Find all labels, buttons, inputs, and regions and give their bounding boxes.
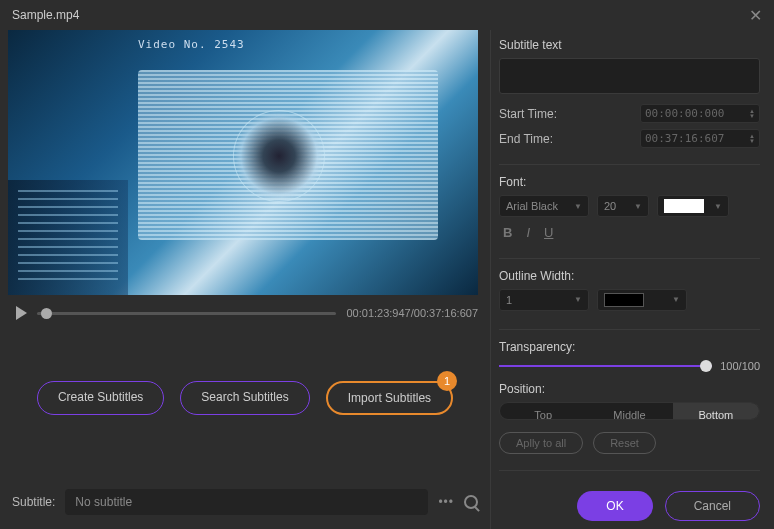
slider-thumb[interactable] (700, 360, 712, 372)
end-time-value: 00:37:16:607 (645, 132, 724, 145)
time-current: 00:01:23:947 (346, 307, 410, 319)
start-time-value: 00:00:00:000 (645, 107, 724, 120)
timecode: 00:01:23:947/00:37:16:607 (346, 307, 478, 319)
divider (499, 470, 760, 471)
position-bottom[interactable]: Bottom (673, 403, 759, 420)
apply-to-all-button[interactable]: Aplly to all (499, 432, 583, 454)
chevron-down-icon: ▼ (634, 202, 642, 211)
end-time-row: End Time: 00:37:16:607 ▲▼ (499, 129, 760, 148)
end-time-input[interactable]: 00:37:16:607 ▲▼ (640, 129, 760, 148)
outline-width-select[interactable]: 1▼ (499, 289, 589, 311)
font-size-value: 20 (604, 200, 616, 212)
start-time-label: Start Time: (499, 107, 557, 121)
preview-graphic (138, 70, 438, 240)
chevron-down-icon: ▼ (714, 202, 722, 211)
outline-label: Outline Width: (499, 269, 760, 283)
main-area: Video No. 2543 00:01:23:947/00:37:16:607… (0, 30, 774, 529)
transparency-slider[interactable] (499, 365, 712, 367)
transparency-label: Transparency: (499, 340, 760, 354)
chevron-down-icon: ▼ (574, 295, 582, 304)
chevron-down-icon: ▼ (574, 202, 582, 211)
reset-button[interactable]: Reset (593, 432, 656, 454)
end-time-spinner[interactable]: ▲▼ (749, 134, 755, 144)
font-family-value: Arial Black (506, 200, 558, 212)
subtitle-input[interactable] (65, 489, 428, 515)
transparency-row: 100/100 (499, 360, 760, 372)
panel-actions: Aplly to all Reset (499, 432, 760, 454)
italic-button[interactable]: I (526, 225, 530, 240)
outline-row: 1▼ ▼ (499, 289, 760, 311)
create-subtitles-button[interactable]: Create Subtitles (37, 381, 164, 415)
more-icon[interactable]: ••• (438, 495, 454, 509)
chevron-down-icon: ▼ (672, 295, 680, 304)
font-family-select[interactable]: Arial Black▼ (499, 195, 589, 217)
position-top[interactable]: Top (500, 403, 586, 420)
start-time-row: Start Time: 00:00:00:000 ▲▼ (499, 104, 760, 123)
bold-button[interactable]: B (503, 225, 512, 240)
titlebar: Sample.mp4 ✕ (0, 0, 774, 30)
seek-track[interactable] (37, 312, 336, 315)
play-icon[interactable] (16, 306, 27, 320)
divider (499, 329, 760, 330)
seek-thumb[interactable] (41, 308, 52, 319)
transparency-value: 100/100 (720, 360, 760, 372)
time-total: 00:37:16:607 (414, 307, 478, 319)
subtitle-actions: Create Subtitles Search Subtitles Import… (8, 381, 482, 415)
subtitle-bar: Subtitle: ••• (8, 483, 482, 521)
ok-button[interactable]: OK (577, 491, 652, 521)
end-time-label: End Time: (499, 132, 553, 146)
playback-controls: 00:01:23:947/00:37:16:607 (8, 295, 482, 331)
subtitle-text-area[interactable] (499, 58, 760, 94)
start-time-input[interactable]: 00:00:00:000 ▲▼ (640, 104, 760, 123)
left-pane: Video No. 2543 00:01:23:947/00:37:16:607… (0, 30, 490, 529)
subtitle-text-label: Subtitle text (499, 38, 760, 52)
divider (499, 164, 760, 165)
subtitle-label: Subtitle: (12, 495, 55, 509)
outline-color-select[interactable]: ▼ (597, 289, 687, 311)
preview-side-graphic (8, 180, 128, 295)
font-label: Font: (499, 175, 760, 189)
import-subtitles-button[interactable]: Import Subtitles 1 (326, 381, 453, 415)
divider (499, 258, 760, 259)
position-label: Position: (499, 382, 760, 396)
right-panel: Subtitle text Start Time: 00:00:00:000 ▲… (490, 30, 774, 529)
underline-button[interactable]: U (544, 225, 553, 240)
preview-overlay-text: Video No. 2543 (138, 38, 245, 51)
import-subtitles-label: Import Subtitles (348, 391, 431, 405)
start-time-spinner[interactable]: ▲▼ (749, 109, 755, 119)
outline-width-value: 1 (506, 294, 512, 306)
color-swatch-black (604, 293, 644, 307)
search-subtitles-button[interactable]: Search Subtitles (180, 381, 309, 415)
position-selector: Top Middle Bottom (499, 402, 760, 421)
footer-buttons: OK Cancel (499, 481, 760, 521)
search-icon[interactable] (464, 495, 478, 509)
position-middle[interactable]: Middle (586, 403, 672, 420)
import-badge: 1 (437, 371, 457, 391)
color-swatch-white (664, 199, 704, 213)
font-row: Arial Black▼ 20▼ ▼ (499, 195, 760, 217)
video-preview[interactable]: Video No. 2543 (8, 30, 478, 295)
window-title: Sample.mp4 (12, 8, 79, 22)
cancel-button[interactable]: Cancel (665, 491, 760, 521)
font-color-select[interactable]: ▼ (657, 195, 729, 217)
close-icon[interactable]: ✕ (749, 6, 762, 25)
font-size-select[interactable]: 20▼ (597, 195, 649, 217)
format-row: B I U (499, 225, 760, 240)
